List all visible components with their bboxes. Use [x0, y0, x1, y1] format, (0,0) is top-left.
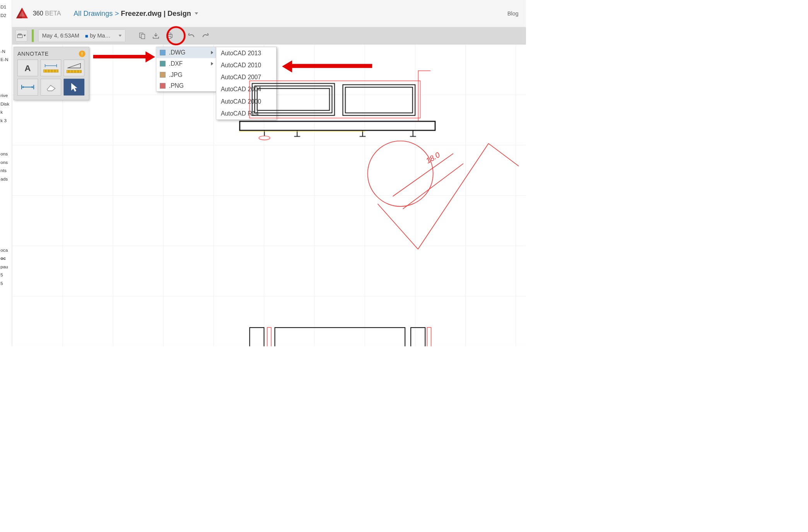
left-item[interactable]: 5 [0, 271, 12, 279]
export-jpg-item[interactable]: .JPG [156, 69, 216, 80]
svg-rect-6 [141, 34, 145, 39]
svg-marker-19 [47, 85, 55, 91]
timestamp-label: May 4, 6:53AM [42, 32, 79, 39]
chevron-down-icon[interactable] [195, 12, 198, 15]
file-icon [160, 83, 165, 89]
text-tool-button[interactable]: A [17, 60, 38, 76]
left-item[interactable]: E-N [0, 56, 12, 64]
left-item[interactable]: ons [0, 150, 12, 158]
version-item[interactable]: AutoCAD 2010 [216, 59, 276, 71]
svg-rect-4 [19, 34, 21, 35]
left-item[interactable]: ads [0, 175, 12, 183]
app-header: 360 BETA All Drawings > Freezer.dwg | De… [12, 0, 526, 27]
svg-line-31 [378, 204, 418, 249]
chevron-right-icon [211, 51, 214, 55]
undo-button[interactable] [186, 30, 197, 41]
brand-label: 360 BETA [33, 10, 61, 17]
angle-icon [67, 63, 81, 68]
left-item[interactable]: D2 [0, 11, 12, 19]
aligned-dimension-button[interactable] [17, 79, 38, 95]
menu-item-label: .JPG [169, 71, 183, 78]
download-icon [152, 32, 160, 39]
breadcrumb-separator: > [115, 9, 119, 17]
author-label: by Ma… [85, 32, 111, 39]
svg-point-22 [259, 136, 270, 140]
autocad-logo-icon [15, 7, 29, 20]
annotate-panel: ANNOTATE ! A [14, 47, 89, 100]
menu-item-label: .PNG [169, 82, 184, 89]
dimension-graphic [357, 133, 526, 264]
annotate-title: ANNOTATE [17, 51, 49, 57]
left-item[interactable]: k 3 [0, 116, 12, 124]
left-item[interactable]: 5 [0, 280, 12, 288]
redo-button[interactable] [200, 30, 210, 41]
left-item[interactable]: pau [0, 263, 12, 271]
left-item[interactable]: D1 [0, 3, 12, 11]
erase-button[interactable] [41, 79, 61, 95]
file-icon [160, 61, 165, 66]
file-icon [160, 50, 165, 55]
download-button[interactable] [150, 30, 161, 41]
breadcrumb: All Drawings > Freezer.dwg | Design [73, 9, 198, 17]
revision-selector[interactable]: May 4, 6:53AM by Ma… [38, 29, 125, 42]
redo-icon [202, 32, 209, 39]
svg-marker-20 [71, 83, 77, 92]
warning-icon[interactable]: ! [79, 51, 85, 57]
briefcase-icon [17, 33, 22, 38]
linear-dimension-button[interactable] [41, 60, 61, 76]
caret-down-icon [119, 35, 122, 37]
file-icon [160, 72, 165, 77]
left-item[interactable]: nts [0, 167, 12, 175]
left-nav-strip: D1 D2 -N E-N rive Disk k k 3 ons ons nts… [0, 0, 12, 346]
left-item[interactable]: rive [0, 92, 12, 100]
blog-link[interactable]: Blog [507, 10, 519, 17]
left-item[interactable]: ons [0, 158, 12, 166]
file-menu-button[interactable] [15, 30, 27, 41]
copy-icon [139, 32, 146, 39]
left-item[interactable]: -N [0, 47, 12, 55]
angle-dimension-button[interactable] [64, 60, 84, 76]
print-icon [166, 32, 173, 39]
caret-down-icon [23, 35, 26, 37]
export-dxf-item[interactable]: .DXF [156, 58, 216, 69]
chevron-right-icon [211, 62, 214, 65]
svg-marker-13 [67, 63, 80, 68]
print-button[interactable] [164, 30, 174, 41]
left-item[interactable]: Disk [0, 100, 12, 108]
svg-point-30 [367, 141, 433, 206]
svg-rect-9 [168, 36, 171, 38]
dimension-icon [44, 63, 58, 68]
svg-line-33 [489, 143, 519, 166]
svg-line-35 [393, 153, 453, 196]
undo-icon [188, 32, 196, 39]
menu-item-label: .DXF [169, 60, 183, 67]
breadcrumb-current[interactable]: Freezer.dwg | Design [121, 9, 191, 17]
main-toolbar: May 4, 6:53AM by Ma… [12, 27, 526, 44]
breadcrumb-root[interactable]: All Drawings [73, 9, 113, 17]
version-item[interactable]: AutoCAD 2013 [216, 47, 276, 59]
aligned-icon [20, 83, 35, 91]
eraser-icon [46, 83, 56, 91]
cursor-icon [70, 82, 78, 92]
export-dwg-item[interactable]: .DWG [156, 47, 216, 58]
status-indicator [32, 29, 34, 42]
left-item[interactable]: oca [0, 246, 12, 254]
copy-button[interactable] [137, 30, 147, 41]
export-png-item[interactable]: .PNG [156, 80, 216, 92]
left-item[interactable]: k [0, 108, 12, 116]
export-format-menu: .DWG .DXF .JPG .PNG [156, 47, 217, 92]
left-item[interactable]: oc [0, 254, 12, 263]
select-tool-button[interactable] [64, 79, 84, 95]
menu-item-label: .DWG [169, 49, 186, 56]
